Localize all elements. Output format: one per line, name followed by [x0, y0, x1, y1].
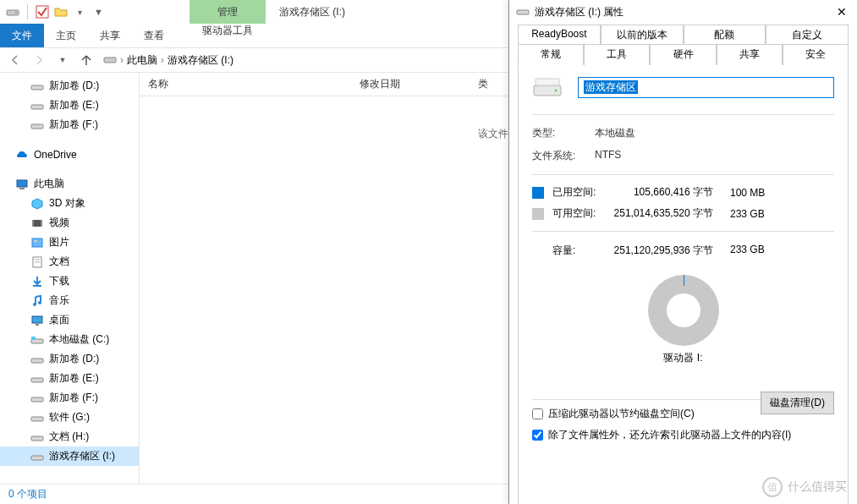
tab-view[interactable]: 查看 — [132, 24, 176, 47]
tab-share[interactable]: 共享 — [88, 24, 132, 47]
svg-point-19 — [38, 301, 41, 304]
tree-drive-f2[interactable]: 新加卷 (F:) — [0, 388, 139, 408]
tree-videos[interactable]: 视频 — [0, 213, 139, 233]
desktop-icon — [30, 314, 44, 327]
drive-name-input[interactable]: 游戏存储区 — [578, 77, 834, 98]
col-date[interactable]: 修改日期 — [351, 77, 470, 91]
documents-icon — [30, 255, 44, 269]
index-checkbox[interactable] — [532, 430, 543, 441]
drive-icon — [30, 430, 44, 444]
tab-customize[interactable]: 自定义 — [766, 25, 849, 46]
tab-home[interactable]: 主页 — [44, 24, 88, 47]
disk-cleanup-button[interactable]: 磁盘清理(D) — [761, 392, 834, 414]
tree-drive-h[interactable]: 文档 (H:) — [0, 427, 139, 446]
tree-drive-i[interactable]: 游戏存储区 (I:) — [0, 446, 139, 466]
downloads-icon — [30, 275, 44, 288]
used-bytes: 105,660,416 字节 — [612, 185, 730, 200]
tree-drive-f[interactable]: 新加卷 (F:) — [0, 115, 139, 134]
drive-icon — [30, 372, 44, 386]
watermark-text: 什么值得买 — [788, 479, 847, 495]
tab-file[interactable]: 文件 — [0, 24, 44, 47]
tab-general[interactable]: 常规 — [518, 44, 584, 65]
used-swatch — [532, 187, 544, 199]
dialog-title: 游戏存储区 (I:) 属性 — [535, 5, 624, 19]
free-bytes: 251,014,635,520 字节 — [612, 206, 730, 221]
window-title: 游戏存储区 (I:) — [279, 5, 345, 19]
tree-this-pc[interactable]: 此电脑 — [0, 174, 139, 194]
tab-sharing[interactable]: 共享 — [717, 44, 783, 65]
tab-hardware[interactable]: 硬件 — [650, 44, 716, 65]
compress-label: 压缩此驱动器以节约磁盘空间(C) — [548, 407, 695, 421]
tree-3d-objects[interactable]: 3D 对象 — [0, 194, 139, 213]
drive-icon — [5, 4, 20, 19]
drive-icon — [30, 411, 44, 425]
tree-drive-c[interactable]: 本地磁盘 (C:) — [0, 330, 139, 349]
tree-downloads[interactable]: 下载 — [0, 271, 139, 291]
svg-rect-33 — [536, 79, 559, 85]
tree-music[interactable]: 音乐 — [0, 291, 139, 310]
svg-rect-30 — [517, 10, 529, 14]
nav-back-button[interactable] — [5, 50, 25, 70]
svg-point-13 — [35, 239, 37, 242]
qat-overflow[interactable]: ▼ — [94, 7, 103, 17]
chevron-right-icon[interactable]: › — [120, 54, 124, 66]
tree-onedrive[interactable]: OneDrive — [0, 145, 139, 164]
capacity-label: 容量: — [532, 244, 612, 258]
tab-previous-versions[interactable]: 以前的版本 — [601, 25, 684, 46]
drive-icon — [30, 392, 44, 405]
nav-recent-dropdown[interactable]: ▼ — [52, 50, 73, 70]
tree-drive-d[interactable]: 新加卷 (D:) — [0, 76, 139, 96]
svg-rect-6 — [31, 124, 43, 129]
tree-drive-e[interactable]: 新加卷 (E:) — [0, 96, 139, 115]
watermark-logo-icon: 值 — [762, 477, 783, 497]
item-count: 0 个项目 — [8, 487, 47, 501]
col-name[interactable]: 名称 — [140, 77, 351, 91]
svg-rect-3 — [104, 58, 116, 63]
checkbox-qat-icon[interactable] — [35, 4, 50, 19]
filesystem-value: NTFS — [595, 149, 621, 163]
drive-letter-label: 驱动器 I: — [532, 351, 834, 365]
nav-up-button[interactable] — [76, 50, 96, 70]
svg-rect-4 — [31, 85, 43, 90]
breadcrumb-root[interactable]: 此电脑 — [127, 53, 157, 68]
tree-drive-e2[interactable]: 新加卷 (E:) — [0, 369, 139, 388]
tree-documents[interactable]: 文档 — [0, 252, 139, 271]
tree-desktop[interactable]: 桌面 — [0, 310, 139, 330]
svg-rect-24 — [31, 359, 43, 363]
svg-rect-10 — [32, 220, 34, 227]
folder-qat-icon[interactable] — [53, 4, 69, 19]
tab-readyboost[interactable]: ReadyBoost — [518, 25, 601, 46]
tree-drive-d2[interactable]: 新加卷 (D:) — [0, 349, 139, 369]
dialog-titlebar[interactable]: 游戏存储区 (I:) 属性 — [509, 0, 857, 24]
properties-dialog: 游戏存储区 (I:) 属性 ✕ ReadyBoost 以前的版本 配额 自定义 … — [508, 0, 857, 504]
tab-quota[interactable]: 配额 — [684, 25, 766, 46]
separator — [27, 4, 28, 19]
breadcrumb-current[interactable]: 游戏存储区 (I:) — [168, 53, 233, 68]
nav-tree[interactable]: 新加卷 (D:) 新加卷 (E:) 新加卷 (F:) OneDrive 此电脑 … — [0, 73, 140, 484]
tab-drive-tools[interactable]: 驱动器工具 — [190, 24, 266, 38]
tab-tools[interactable]: 工具 — [584, 44, 650, 65]
svg-rect-29 — [31, 456, 43, 460]
cube-icon — [30, 197, 44, 211]
svg-rect-8 — [19, 188, 25, 189]
pictures-icon — [30, 236, 44, 249]
capacity-bytes: 251,120,295,936 字节 — [612, 244, 730, 258]
tree-drive-g[interactable]: 软件 (G:) — [0, 408, 139, 427]
svg-rect-23 — [31, 337, 36, 340]
qat-dropdown-icon[interactable]: ▾ — [72, 4, 87, 19]
watermark: 值 什么值得买 — [762, 477, 847, 497]
capacity-human: 233 GB — [730, 244, 765, 258]
compress-checkbox[interactable] — [532, 408, 543, 419]
tree-pictures[interactable]: 图片 — [0, 233, 139, 252]
type-label: 类型: — [532, 126, 595, 140]
video-icon — [30, 216, 44, 230]
col-type[interactable]: 类 — [470, 77, 497, 91]
free-human: 233 GB — [730, 208, 781, 220]
breadcrumb[interactable]: › 此电脑 › 游戏存储区 (I:) — [103, 52, 233, 68]
close-button[interactable]: ✕ — [832, 2, 852, 22]
tab-security[interactable]: 安全 — [783, 44, 849, 65]
chevron-right-icon[interactable]: › — [161, 54, 164, 66]
computer-icon — [15, 178, 29, 191]
svg-rect-28 — [31, 436, 43, 441]
used-human: 100 MB — [730, 187, 781, 199]
